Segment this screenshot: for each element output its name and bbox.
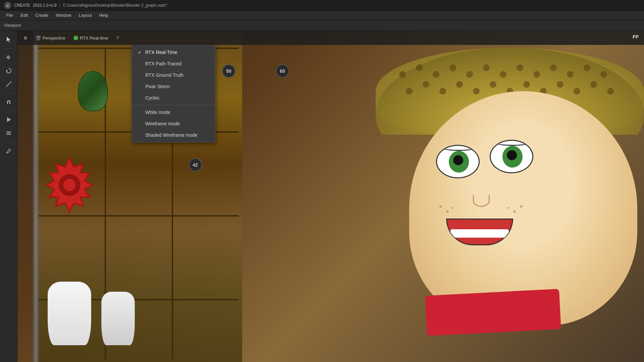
svg-point-22 xyxy=(466,71,473,78)
tool-rotate[interactable] xyxy=(3,65,15,77)
svg-point-23 xyxy=(483,64,490,71)
svg-text:N: N xyxy=(7,4,9,7)
svg-marker-2 xyxy=(7,37,10,42)
svg-point-25 xyxy=(517,64,523,71)
dropdown-item-white-mode[interactable]: White mode xyxy=(132,107,215,118)
dropdown-item-rtx-pathtraced[interactable]: RTX Path-Traced xyxy=(132,58,215,69)
svg-point-20 xyxy=(433,71,439,78)
toolbar-separator-4 xyxy=(4,142,14,142)
tool-select[interactable] xyxy=(3,34,15,46)
svg-point-16 xyxy=(63,179,75,191)
viewport: // Will render inline xyxy=(17,31,644,362)
dropdown-label-wireframe-mode: Wireframe mode xyxy=(145,121,180,126)
menu-edit[interactable]: Edit xyxy=(17,12,31,18)
svg-point-35 xyxy=(473,88,480,95)
menu-create[interactable]: Create xyxy=(32,12,52,18)
svg-point-33 xyxy=(439,88,446,95)
svg-point-38 xyxy=(523,81,530,88)
title-bar: N CREATE 2022.1.0-rc.9 | C:\Users\dfagno… xyxy=(0,0,644,11)
svg-point-36 xyxy=(490,81,496,88)
dropdown-separator xyxy=(132,105,215,105)
badge-50: 50 xyxy=(222,64,235,78)
app-name: CREATE xyxy=(14,3,30,8)
svg-line-5 xyxy=(6,82,11,86)
dropdown-label-rtx-groundtruth: RTX Ground Truth xyxy=(145,72,183,78)
viewport-label: Viewport xyxy=(4,23,21,28)
svg-point-34 xyxy=(456,81,463,88)
svg-point-18 xyxy=(399,71,406,78)
svg-point-43 xyxy=(607,88,614,95)
dropdown-label-shaded-wireframe-mode: Shaded Wireframe mode xyxy=(145,132,198,138)
svg-marker-10 xyxy=(7,117,11,122)
badge-42: 42 xyxy=(189,158,202,172)
file-path: C:\Users\dfagnou\Desktop\Blender\Blender… xyxy=(63,3,167,8)
svg-point-30 xyxy=(600,71,607,78)
viewport-settings-button[interactable]: ⚙ xyxy=(20,33,31,43)
svg-rect-13 xyxy=(6,134,11,135)
dropdown-item-rtx-groundtruth[interactable]: RTX Ground Truth xyxy=(132,69,215,81)
svg-point-40 xyxy=(557,81,564,88)
menu-bar: File Edit Create Window Layout Help xyxy=(0,11,644,20)
camera-icon: 🎬 xyxy=(36,36,41,41)
tool-play[interactable] xyxy=(3,114,15,126)
toolbar-separator-2 xyxy=(4,93,14,93)
svg-point-28 xyxy=(567,71,574,78)
app-version: 2022.1.0-rc.9 xyxy=(33,3,57,8)
app-icon: N xyxy=(4,2,11,9)
svg-point-26 xyxy=(533,71,540,78)
perspective-label: Perspective xyxy=(43,36,65,41)
svg-rect-9 xyxy=(9,103,10,104)
gear-icon: ⚙ xyxy=(23,36,28,41)
svg-rect-11 xyxy=(6,131,11,132)
dropdown-label-white-mode: White mode xyxy=(145,110,170,115)
dropdown-item-wireframe-mode[interactable]: Wireframe mode xyxy=(132,118,215,129)
menu-window[interactable]: Window xyxy=(52,12,74,18)
svg-point-15 xyxy=(59,174,80,196)
menu-layout[interactable]: Layout xyxy=(75,12,95,18)
scene-decoration: // Will render inline xyxy=(17,31,644,362)
main-area: ✥ xyxy=(0,31,644,362)
svg-point-31 xyxy=(406,88,413,95)
svg-point-42 xyxy=(590,81,597,88)
svg-point-14 xyxy=(6,152,8,154)
svg-point-19 xyxy=(416,64,423,71)
svg-point-24 xyxy=(500,71,506,78)
svg-text:✥: ✥ xyxy=(6,55,10,60)
menu-help[interactable]: Help xyxy=(96,12,112,18)
svg-point-39 xyxy=(540,88,547,95)
tool-scale[interactable] xyxy=(3,78,15,90)
checkmark-icon: ✓ xyxy=(137,50,143,55)
dropdown-label-rtx-pathtraced: RTX Path-Traced xyxy=(145,61,181,66)
tool-layers[interactable] xyxy=(3,127,15,139)
svg-point-29 xyxy=(584,64,590,71)
viewport-label-bar: Viewport xyxy=(0,20,644,31)
menu-file[interactable]: File xyxy=(3,12,16,18)
tool-paint[interactable] xyxy=(3,145,15,157)
dropdown-item-cycles[interactable]: Cycles xyxy=(132,92,215,104)
svg-point-41 xyxy=(574,88,580,95)
svg-rect-12 xyxy=(6,133,11,133)
svg-marker-4 xyxy=(6,70,8,72)
dropdown-label-pixar-storm: Pixar Storm xyxy=(145,84,170,89)
tool-move[interactable]: ✥ xyxy=(3,51,15,63)
dropdown-item-pixar-storm[interactable]: Pixar Storm xyxy=(132,81,215,92)
svg-point-32 xyxy=(423,81,429,88)
perspective-camera-button[interactable]: 🎬 Perspective xyxy=(32,33,69,43)
svg-point-17 xyxy=(376,48,644,135)
help-icon: ? xyxy=(116,36,119,41)
rtx-renderer-button[interactable]: RTX Real-time xyxy=(70,33,112,43)
tool-magnet[interactable] xyxy=(3,96,15,108)
left-toolbar: ✥ xyxy=(0,31,17,362)
toolbar-separator-3 xyxy=(4,111,14,111)
svg-point-21 xyxy=(449,64,456,71)
dropdown-menu: ✓ RTX Real-Time RTX Path-Traced RTX Grou… xyxy=(131,45,215,142)
svg-point-37 xyxy=(506,88,513,95)
badge-60: 60 xyxy=(276,64,289,78)
dropdown-label-cycles: Cycles xyxy=(145,95,159,101)
title-separator: | xyxy=(59,3,60,8)
dropdown-item-rtx-realtime[interactable]: ✓ RTX Real-Time xyxy=(132,47,215,58)
fp-label: FP xyxy=(633,34,639,40)
viewport-help-button[interactable]: ? xyxy=(113,33,122,43)
dropdown-item-shaded-wireframe-mode[interactable]: Shaded Wireframe mode xyxy=(132,129,215,141)
scene-background: // Will render inline xyxy=(17,31,644,362)
